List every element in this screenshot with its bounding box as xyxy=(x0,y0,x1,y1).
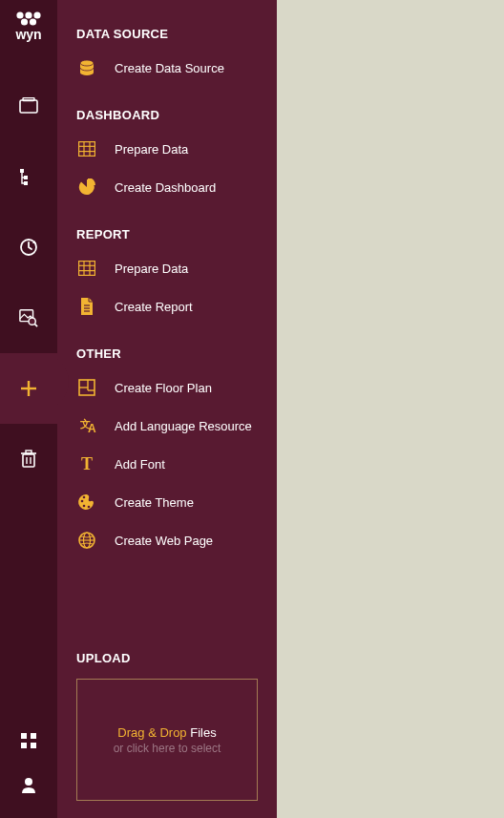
section-header-other: OTHER xyxy=(57,339,277,368)
piechart-icon xyxy=(76,177,97,198)
app-logo: wyn xyxy=(10,8,48,46)
svg-point-50 xyxy=(83,496,86,499)
create-floor-plan[interactable]: Create Floor Plan xyxy=(57,368,277,407)
image-search-icon xyxy=(19,308,38,327)
svg-text:T: T xyxy=(81,455,93,472)
dropzone-rest: Files xyxy=(187,725,217,740)
menu-label: Add Font xyxy=(115,457,165,472)
rail-categories[interactable] xyxy=(0,71,57,141)
svg-rect-23 xyxy=(31,733,36,739)
svg-point-51 xyxy=(83,505,86,508)
section-header-dashboard: DASHBOARD xyxy=(57,100,277,130)
create-data-source[interactable]: Create Data Source xyxy=(57,49,277,87)
font-icon: T xyxy=(76,453,97,474)
palette-icon xyxy=(76,492,97,513)
section-header-upload: UPLOAD xyxy=(76,651,258,665)
dropzone-accent: Drag & Drop xyxy=(117,725,186,740)
user-icon xyxy=(19,775,38,794)
rail-apps[interactable] xyxy=(0,719,57,763)
floorplan-icon xyxy=(76,377,97,398)
menu-label: Add Language Resource xyxy=(115,419,252,433)
svg-rect-17 xyxy=(23,454,34,467)
rail-refresh[interactable] xyxy=(0,212,57,283)
svg-rect-7 xyxy=(23,98,34,101)
create-report[interactable]: Create Report xyxy=(57,287,277,325)
grid-icon xyxy=(76,138,97,159)
svg-line-14 xyxy=(34,324,37,326)
svg-point-49 xyxy=(81,500,84,503)
hierarchy-icon xyxy=(19,167,38,186)
report-prepare-data[interactable]: Prepare Data xyxy=(57,249,277,287)
rail-user[interactable] xyxy=(0,763,57,807)
svg-point-13 xyxy=(29,318,35,325)
svg-point-3 xyxy=(21,18,28,25)
create-panel: DATA SOURCE Create Data Source DASHBOARD… xyxy=(57,0,277,818)
svg-rect-24 xyxy=(21,743,27,748)
menu-label: Create Theme xyxy=(115,495,194,510)
rail-add[interactable] xyxy=(0,353,57,424)
add-icon xyxy=(19,379,38,398)
document-icon xyxy=(76,296,97,317)
add-font[interactable]: T Add Font xyxy=(57,445,277,483)
globe-icon xyxy=(76,530,97,551)
apps-icon xyxy=(19,731,38,750)
section-header-datasource: DATA SOURCE xyxy=(57,19,277,49)
section-header-report: REPORT xyxy=(57,220,277,249)
database-icon xyxy=(76,57,97,78)
menu-label: Create Web Page xyxy=(115,534,213,548)
nav-rail: wyn xyxy=(0,0,57,818)
svg-rect-8 xyxy=(20,169,24,173)
svg-rect-10 xyxy=(24,181,28,185)
dropzone-line2: or click here to select xyxy=(114,742,221,755)
menu-label: Create Report xyxy=(115,300,193,314)
menu-label: Create Floor Plan xyxy=(115,381,212,395)
dashboard-prepare-data[interactable]: Prepare Data xyxy=(57,130,277,168)
svg-rect-9 xyxy=(24,176,28,179)
svg-point-1 xyxy=(25,11,32,18)
svg-text:A: A xyxy=(88,422,96,434)
svg-point-2 xyxy=(33,11,40,18)
svg-point-0 xyxy=(16,11,23,18)
svg-rect-6 xyxy=(20,100,37,113)
svg-rect-34 xyxy=(79,262,95,276)
rail-hierarchy[interactable] xyxy=(0,141,57,212)
create-dashboard[interactable]: Create Dashboard xyxy=(57,168,277,206)
svg-rect-29 xyxy=(79,142,95,157)
svg-rect-22 xyxy=(21,733,27,739)
svg-rect-25 xyxy=(31,743,36,748)
rail-images[interactable] xyxy=(0,283,57,353)
menu-label: Prepare Data xyxy=(115,142,188,157)
categories-icon xyxy=(19,96,38,115)
refresh-icon xyxy=(19,238,38,257)
create-theme[interactable]: Create Theme xyxy=(57,483,277,521)
svg-text:wyn: wyn xyxy=(14,27,41,42)
add-language-resource[interactable]: 文A Add Language Resource xyxy=(57,407,277,445)
svg-point-4 xyxy=(30,18,36,25)
rail-trash[interactable] xyxy=(0,424,57,494)
trash-icon xyxy=(19,450,38,469)
svg-point-26 xyxy=(25,778,32,786)
translate-icon: 文A xyxy=(76,415,97,436)
dropzone-line1: Drag & Drop Files xyxy=(117,725,216,740)
svg-rect-19 xyxy=(26,451,32,453)
grid-icon xyxy=(76,258,97,279)
menu-label: Create Dashboard xyxy=(115,180,216,195)
menu-label: Create Data Source xyxy=(115,61,224,75)
upload-dropzone[interactable]: Drag & Drop Files or click here to selec… xyxy=(76,679,258,801)
menu-label: Prepare Data xyxy=(115,262,188,276)
svg-point-52 xyxy=(88,506,91,509)
create-web-page[interactable]: Create Web Page xyxy=(57,521,277,559)
